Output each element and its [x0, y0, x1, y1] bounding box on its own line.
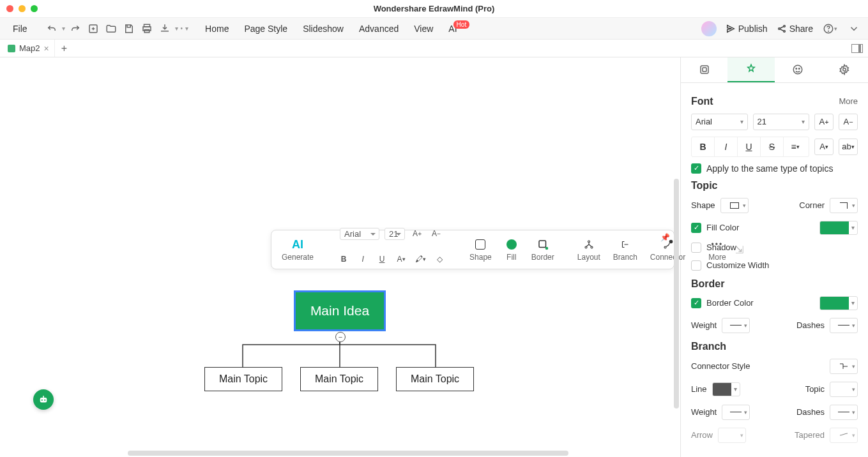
svg-point-12 [585, 246, 587, 248]
side-tab-outline[interactable] [681, 57, 727, 82]
ft-shape[interactable]: Shape [466, 237, 496, 262]
collapse-ribbon-button[interactable] [846, 21, 862, 36]
border-weight-select[interactable] [722, 318, 750, 333]
document-tabs: Map2 × + [0, 40, 868, 57]
ft-ai-generate[interactable]: AI Generate [278, 238, 317, 262]
font-increase-button[interactable]: A+ [814, 114, 834, 130]
share-button[interactable]: Share [777, 24, 813, 34]
menubar: File ▾ ▾ • ▾ Home Page Style Slideshow A… [0, 18, 868, 40]
branch-weight-select[interactable] [722, 405, 750, 420]
ft-underline[interactable]: U [375, 252, 389, 266]
close-tab-icon[interactable]: × [44, 43, 49, 54]
new-button[interactable] [86, 21, 101, 36]
minimize-window-button[interactable] [19, 5, 26, 12]
branch-arrow-select[interactable] [718, 428, 746, 443]
shape-select[interactable] [720, 198, 749, 213]
publish-button[interactable]: Publish [726, 24, 768, 34]
menu-file[interactable]: File [6, 21, 34, 36]
menu-ai[interactable]: AIHot [442, 21, 476, 36]
ft-highlight[interactable]: 🖍▾ [413, 252, 427, 266]
shadow-checkbox[interactable] [691, 243, 701, 253]
menu-advanced[interactable]: Advanced [353, 21, 405, 36]
svg-rect-9 [539, 241, 546, 248]
help-button[interactable]: ▾ [822, 21, 837, 36]
align-button[interactable]: ≡▾ [784, 137, 807, 156]
ft-more[interactable]: •••More [704, 237, 729, 262]
add-tab-button[interactable]: + [55, 43, 73, 54]
bold-button[interactable]: B [692, 137, 715, 156]
ft-font-color[interactable]: A▾ [394, 252, 408, 266]
svg-point-8 [828, 31, 828, 31]
branch-tapered-select[interactable] [830, 428, 858, 443]
undo-button[interactable] [44, 21, 59, 36]
node-subtopic-2[interactable]: Main Topic [300, 367, 378, 391]
maximize-window-button[interactable] [31, 5, 38, 12]
node-subtopic-1[interactable]: Main Topic [204, 367, 282, 391]
scrollbar-horizontal[interactable] [0, 451, 680, 456]
ft-font-family[interactable]: Arial [340, 228, 379, 240]
line-color-swatch[interactable] [712, 382, 740, 396]
fill-color-checkbox[interactable]: ✓ [691, 223, 701, 233]
close-window-button[interactable] [6, 5, 13, 12]
corner-select[interactable] [830, 198, 858, 213]
ai-icon: AI [292, 238, 303, 251]
border-color-swatch[interactable] [819, 296, 858, 310]
font-more-link[interactable]: More [839, 96, 858, 106]
ft-branch[interactable]: Branch [609, 237, 641, 262]
canvas[interactable]: 📌 AI Generate Arial 21 A+ A− B I U A▾ [0, 57, 680, 457]
scrollbar-vertical[interactable] [674, 57, 679, 452]
redo-button[interactable] [68, 21, 83, 36]
ft-font-size[interactable]: 21 [385, 228, 405, 240]
ft-bold[interactable]: B [337, 252, 351, 266]
italic-button[interactable]: I [715, 137, 738, 156]
section-border-title: Border [691, 278, 724, 290]
side-tab-emoji[interactable] [775, 57, 821, 82]
font-decrease-button[interactable]: A− [839, 114, 858, 130]
floating-toolbar: 📌 AI Generate Arial 21 A+ A− B I U A▾ [271, 230, 674, 269]
border-dashes-select[interactable] [830, 318, 858, 333]
menu-page-style[interactable]: Page Style [238, 21, 294, 36]
print-button[interactable] [139, 21, 155, 36]
open-button[interactable] [103, 21, 119, 36]
menu-slideshow[interactable]: Slideshow [296, 21, 350, 36]
strikethrough-button[interactable]: S [761, 137, 784, 156]
border-color-checkbox[interactable]: ✓ [691, 298, 701, 308]
font-family-select[interactable]: Arial [691, 114, 748, 130]
user-avatar[interactable] [701, 21, 717, 36]
branch-topic-select[interactable] [830, 382, 858, 397]
menu-view[interactable]: View [407, 21, 439, 36]
ft-layout[interactable]: Layout [574, 237, 604, 262]
ft-font-increase[interactable]: A+ [410, 227, 424, 241]
pin-icon[interactable]: 📌 [660, 233, 670, 242]
font-size-select[interactable]: 21 [753, 114, 810, 130]
text-case-button[interactable]: ab▾ [839, 139, 858, 155]
svg-point-4 [778, 27, 780, 29]
ft-font-decrease[interactable]: A− [429, 227, 443, 241]
custom-width-checkbox[interactable] [691, 260, 701, 271]
collapse-handle[interactable]: − [335, 332, 346, 342]
assistant-fab[interactable] [33, 389, 54, 410]
connector-style-select[interactable] [830, 359, 858, 374]
ft-fill[interactable]: Fill [501, 237, 522, 262]
panel-toggle-button[interactable] [851, 44, 863, 53]
tab-map2[interactable]: Map2 × [3, 40, 55, 57]
node-subtopic-3[interactable]: Main Topic [396, 367, 474, 391]
font-color-button[interactable]: A▾ [814, 139, 834, 155]
svg-point-24 [843, 68, 846, 71]
node-main-idea[interactable]: Main Idea [294, 290, 386, 331]
ft-border[interactable]: Border [528, 237, 558, 262]
export-button[interactable] [157, 21, 172, 36]
menu-home[interactable]: Home [199, 21, 235, 36]
save-button[interactable] [121, 21, 137, 36]
side-tab-settings[interactable] [821, 57, 868, 82]
ft-clear-format[interactable]: ◇ [432, 252, 446, 266]
ft-italic[interactable]: I [356, 252, 370, 266]
underline-button[interactable]: U [738, 137, 761, 156]
apply-same-checkbox[interactable]: ✓ [691, 163, 701, 174]
fill-color-swatch[interactable] [819, 221, 858, 235]
section-branch-title: Branch [691, 341, 726, 352]
side-tab-style[interactable] [727, 57, 774, 82]
branch-dashes-select[interactable] [830, 405, 858, 420]
section-topic-title: Topic [691, 180, 717, 191]
ft-expand[interactable]: ⇲ [735, 243, 743, 257]
